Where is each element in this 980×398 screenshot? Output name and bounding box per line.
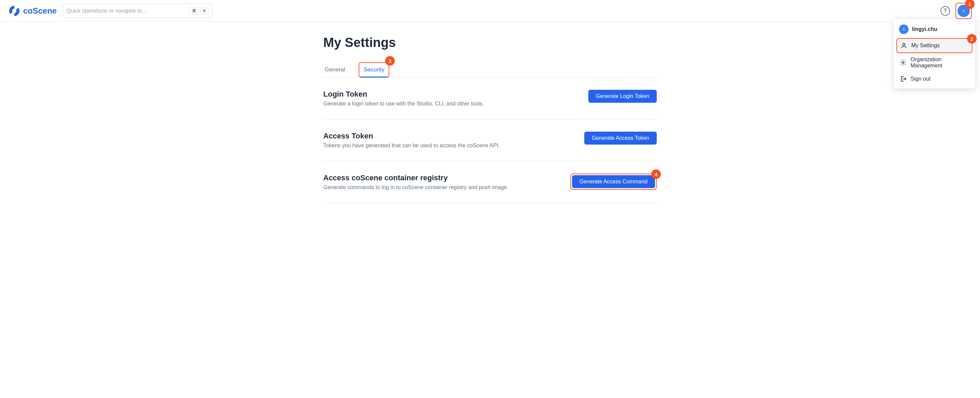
dropdown-username: lingyi.chu bbox=[912, 26, 937, 32]
section-text: Access Token Tokens you have generated t… bbox=[323, 132, 500, 149]
dropdown-item-label: Organization Management bbox=[911, 56, 969, 69]
help-icon: ? bbox=[943, 8, 947, 14]
dropdown-avatar-initials: li bbox=[903, 27, 904, 31]
dropdown-header: li lingyi.chu bbox=[896, 22, 972, 38]
section-title: Login Token bbox=[323, 90, 484, 99]
section-container-registry: Access coScene container registry Genera… bbox=[323, 161, 657, 203]
dropdown-item-label: Sign out bbox=[911, 76, 931, 82]
search-input[interactable] bbox=[67, 8, 189, 14]
section-access-token: Access Token Tokens you have generated t… bbox=[323, 119, 657, 161]
search-box[interactable]: ⌘ K bbox=[63, 4, 213, 18]
svg-point-1 bbox=[902, 62, 904, 64]
section-desc: Generate commands to log in to coScene c… bbox=[323, 185, 507, 191]
callout-badge-2: 2 bbox=[967, 34, 977, 43]
dropdown-item-org-management[interactable]: Organization Management bbox=[896, 53, 972, 72]
section-text: Access coScene container registry Genera… bbox=[323, 174, 507, 191]
section-login-token: Login Token Generate a login token to us… bbox=[323, 78, 657, 119]
callout-badge-1: 1 bbox=[965, 0, 975, 9]
kbd-cmd: ⌘ bbox=[189, 7, 199, 14]
dropdown-item-my-settings[interactable]: My Settings 2 bbox=[896, 38, 972, 53]
svg-point-0 bbox=[903, 43, 905, 46]
section-title: Access Token bbox=[323, 132, 500, 140]
callout-badge-3: 3 bbox=[385, 56, 395, 66]
section-desc: Tokens you have generated that can be us… bbox=[323, 143, 500, 149]
tab-general[interactable]: General bbox=[323, 62, 347, 77]
section-desc: Generate a login token to use with the S… bbox=[323, 101, 484, 107]
kbd-k: K bbox=[200, 7, 209, 14]
avatar-initials: li bbox=[963, 9, 965, 13]
dropdown-item-label: My Settings bbox=[911, 43, 940, 49]
topbar-right: ? li 1 bbox=[940, 3, 972, 19]
button-callout-wrapper: Generate Access Command 4 bbox=[570, 174, 657, 190]
page-title: My Settings bbox=[323, 35, 657, 50]
button-wrapper: Generate Access Token bbox=[584, 132, 657, 145]
settings-tabs: General Security 3 bbox=[323, 62, 657, 78]
section-text: Login Token Generate a login token to us… bbox=[323, 90, 484, 107]
sign-out-icon bbox=[900, 75, 907, 82]
button-wrapper: Generate Login Token bbox=[588, 90, 657, 103]
dropdown-avatar: li bbox=[899, 24, 908, 34]
user-dropdown: li lingyi.chu My Settings 2 Organizatio bbox=[894, 19, 975, 88]
logo[interactable]: coScene bbox=[8, 5, 57, 17]
dropdown-item-sign-out[interactable]: Sign out bbox=[896, 72, 972, 86]
logo-icon bbox=[8, 5, 21, 17]
topbar: coScene ⌘ K ? li 1 li lingyi.chu bbox=[0, 0, 980, 22]
search-shortcut: ⌘ K bbox=[189, 7, 209, 14]
callout-badge-4: 4 bbox=[651, 169, 661, 179]
avatar-callout-wrapper: li 1 bbox=[956, 3, 972, 19]
tab-security[interactable]: Security 3 bbox=[359, 62, 389, 78]
gear-icon bbox=[900, 59, 907, 66]
user-icon bbox=[900, 42, 907, 49]
generate-access-token-button[interactable]: Generate Access Token bbox=[584, 132, 657, 145]
tab-label: Security bbox=[363, 66, 384, 73]
logo-text: coScene bbox=[23, 6, 57, 16]
generate-login-token-button[interactable]: Generate Login Token bbox=[588, 90, 657, 103]
generate-access-command-button[interactable]: Generate Access Command bbox=[572, 175, 655, 188]
section-title: Access coScene container registry bbox=[323, 174, 507, 182]
tab-label: General bbox=[325, 66, 345, 73]
help-button[interactable]: ? bbox=[940, 6, 950, 16]
main-content: My Settings General Security 3 Login Tok… bbox=[323, 22, 657, 217]
